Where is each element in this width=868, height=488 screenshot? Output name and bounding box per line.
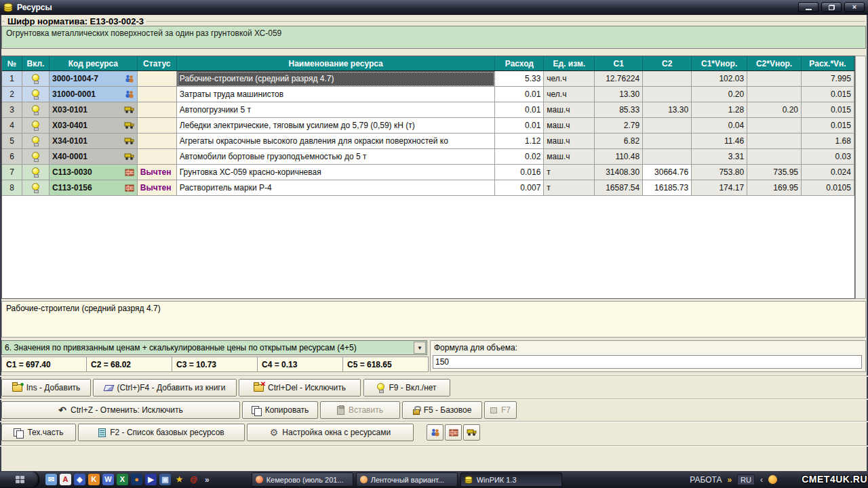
cell-row-number[interactable]: 3 [2, 102, 22, 118]
cell-c1-vnorm[interactable]: 1.28 [692, 102, 747, 118]
cell-resource-name[interactable]: Рабочие-строители (средний разряд 4.7) [177, 71, 496, 87]
f7-button[interactable]: F7 [484, 401, 517, 419]
cell-resource-code[interactable]: 3000-1004-7 [50, 71, 138, 87]
cell-rate-vn[interactable]: 0.0105 [802, 180, 854, 196]
base-price-button[interactable]: F5 - Базовое [402, 401, 482, 419]
cell-rate[interactable]: 0.007 [495, 180, 544, 196]
resource-detail-field[interactable]: Рабочие-строители (средний разряд 4.7) [1, 301, 866, 338]
table-row[interactable]: 6X40-0001Автомобили бортовые грузоподъем… [2, 149, 854, 165]
cell-resource-code[interactable]: X03-0401 [50, 118, 138, 134]
start-button[interactable] [0, 471, 39, 488]
table-row[interactable]: 3X03-0101Автопогрузчики 5 т0.01маш.ч85.3… [2, 102, 854, 118]
table-row[interactable]: 4X03-0401Лебедки электрические, тяговым … [2, 118, 854, 134]
cell-unit[interactable]: маш.ч [544, 102, 595, 118]
filter-labor-button[interactable] [427, 424, 443, 441]
window-settings-button[interactable]: ⚙ Настройка окна с ресурсами [247, 424, 414, 441]
chevron-down-icon[interactable]: ▼ [414, 342, 426, 354]
cell-c2[interactable]: 30664.76 [643, 165, 692, 180]
cell-resource-code[interactable]: C113-0030 [50, 165, 138, 180]
cell-row-number[interactable]: 5 [2, 134, 22, 149]
cell-row-number[interactable]: 7 [2, 165, 22, 180]
cell-resource-name[interactable]: Грунтовка ХС-059 красно-коричневая [177, 165, 496, 180]
cell-rate-vn[interactable]: 0.015 [802, 118, 854, 134]
restore-button[interactable] [821, 2, 842, 12]
cell-status[interactable] [138, 118, 177, 134]
cell-enabled-toggle[interactable] [22, 165, 50, 180]
cell-rate[interactable]: 0.01 [495, 118, 544, 134]
cell-enabled-toggle[interactable] [22, 71, 50, 87]
cell-c2-vnorm[interactable]: 735.95 [747, 165, 802, 180]
cell-c2[interactable]: 16185.73 [643, 180, 692, 196]
cell-unit[interactable]: маш.ч [544, 118, 595, 134]
cell-row-number[interactable]: 8 [2, 180, 22, 196]
cell-c2-vnorm[interactable] [747, 134, 802, 149]
taskbar-task[interactable]: WinРИК 1.3 [460, 472, 562, 487]
cell-enabled-toggle[interactable] [22, 118, 50, 134]
table-row[interactable]: 231000-0001Затраты труда машинистов0.01ч… [2, 87, 854, 102]
quicklaunch-overflow-chevron[interactable]: » [205, 475, 210, 485]
cell-c1[interactable]: 110.48 [595, 149, 643, 165]
cell-c1-vnorm[interactable]: 3.31 [692, 149, 747, 165]
paste-button[interactable]: Вставить [320, 401, 400, 419]
outlook-express-icon[interactable]: ✉ [45, 474, 57, 485]
cell-c1[interactable]: 12.76224 [595, 71, 643, 87]
cell-status[interactable] [138, 87, 177, 102]
table-row[interactable]: 5X34-0101Агрегаты окрасочные высокого да… [2, 134, 854, 149]
add-resource-button[interactable]: ● Ins - Добавить [1, 379, 91, 396]
close-button[interactable]: × [844, 2, 865, 12]
cell-unit[interactable]: чел.ч [544, 87, 595, 102]
cell-c1-vnorm[interactable]: 0.04 [692, 118, 747, 134]
cell-resource-name[interactable]: Лебедки электрические, тяговым усилием д… [177, 118, 496, 134]
cell-rate[interactable]: 1.12 [495, 134, 544, 149]
cell-c2-vnorm[interactable] [747, 149, 802, 165]
cell-status[interactable]: Вычтен [138, 180, 177, 196]
cell-row-number[interactable]: 6 [2, 149, 22, 165]
exclude-resource-button[interactable]: ✕ Ctrl+Del - Исключить [239, 379, 361, 396]
star-icon[interactable]: ★ [174, 474, 185, 485]
cell-status[interactable] [138, 71, 177, 87]
cell-c1-vnorm[interactable]: 0.20 [692, 87, 747, 102]
tray-chevron-left[interactable]: ‹ [760, 475, 763, 485]
cell-resource-code[interactable]: X03-0101 [50, 102, 138, 118]
cell-row-number[interactable]: 1 [2, 71, 22, 87]
mail-icon[interactable]: @ [188, 474, 199, 485]
cell-unit[interactable]: маш.ч [544, 149, 595, 165]
tray-chevron-right[interactable]: » [727, 475, 732, 485]
cell-c2[interactable]: 13.30 [643, 102, 692, 118]
table-row[interactable]: 8C113-0156ВычтенРастворитель марки Р-40.… [2, 180, 854, 196]
cell-c1[interactable]: 13.30 [595, 87, 643, 102]
cell-rate[interactable]: 5.33 [495, 71, 544, 87]
cell-unit[interactable]: т [544, 180, 595, 196]
cell-c2-vnorm[interactable] [747, 118, 802, 134]
formula-input[interactable] [433, 355, 862, 369]
cell-c1[interactable]: 6.82 [595, 134, 643, 149]
copy-button[interactable]: Копировать [242, 401, 318, 419]
cell-resource-name[interactable]: Автомобили бортовые грузоподъемностью до… [177, 149, 496, 165]
cell-c2-vnorm[interactable]: 169.95 [747, 180, 802, 196]
cell-enabled-toggle[interactable] [22, 102, 50, 118]
cell-resource-name[interactable]: Растворитель марки Р-4 [177, 180, 496, 196]
cell-status[interactable] [138, 134, 177, 149]
cell-resource-name[interactable]: Затраты труда машинистов [177, 87, 496, 102]
pricing-mode-dropdown[interactable]: 6. Значения по привязанным ценам + скаль… [1, 340, 427, 355]
cell-resource-code[interactable]: 31000-0001 [50, 87, 138, 102]
table-scrollbar[interactable] [855, 56, 866, 299]
cell-rate-vn[interactable]: 1.68 [802, 134, 854, 149]
cell-unit[interactable]: чел.ч [544, 71, 595, 87]
cell-status[interactable] [138, 102, 177, 118]
cell-c1-vnorm[interactable]: 102.03 [692, 71, 747, 87]
firefox-icon[interactable]: ● [131, 474, 142, 485]
cell-c1[interactable]: 85.33 [595, 102, 643, 118]
display-icon[interactable]: ▣ [159, 474, 171, 485]
taskbar-task[interactable]: Ленточный вариант... [356, 472, 458, 487]
cell-c1[interactable]: 16587.54 [595, 180, 643, 196]
cell-c1-vnorm[interactable]: 11.46 [692, 134, 747, 149]
cell-c2[interactable] [643, 134, 692, 149]
media-player-icon[interactable]: ▶ [145, 474, 157, 485]
base-resources-list-button[interactable]: F2 - Список базовых ресурсов [78, 424, 245, 441]
cell-resource-code[interactable]: X40-0001 [50, 149, 138, 165]
cell-resource-name[interactable]: Автопогрузчики 5 т [177, 102, 496, 118]
language-indicator[interactable]: RU [737, 474, 755, 485]
cell-row-number[interactable]: 2 [2, 87, 22, 102]
tray-app-icon[interactable] [768, 475, 777, 484]
